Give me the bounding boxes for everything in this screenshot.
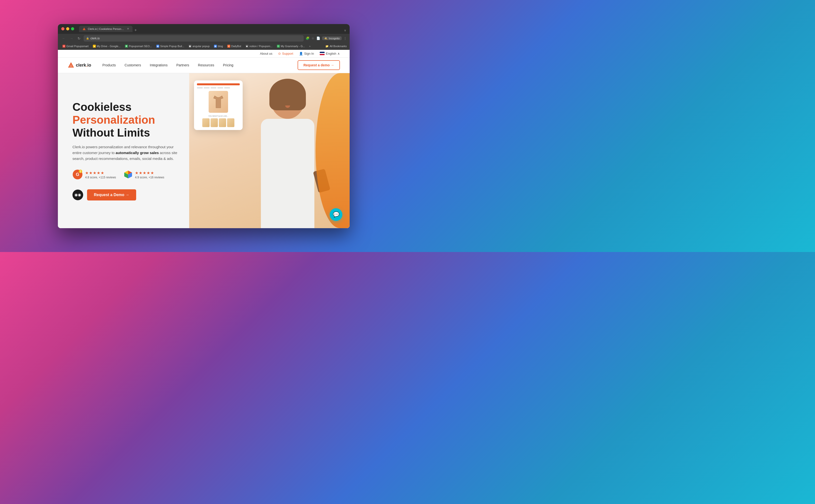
bookmarks-folder[interactable]: 📁 All Bookmarks xyxy=(325,45,347,48)
star-2: ★ xyxy=(89,171,92,175)
mockup-nav xyxy=(197,87,240,88)
notion-favicon: ◆ xyxy=(245,45,248,48)
sign-in-link[interactable]: 👤 Sign In xyxy=(299,52,314,55)
bookmark-angular[interactable]: ▣ angular popup xyxy=(187,44,211,48)
nav-resources[interactable]: Resources xyxy=(194,61,218,69)
chat-bubble-button[interactable]: 💬 xyxy=(330,208,342,221)
bookmark-blog[interactable]: ◉ blog xyxy=(212,44,225,48)
star-4: ★ xyxy=(147,171,150,175)
g2-stars: ★ ★ ★ ★ ★ 4.8 score, +115 reviews xyxy=(85,171,116,179)
product-card-mockup: YOU MIGHT ALSO LIKE... xyxy=(194,80,243,130)
hero-title-line1: Cookieless xyxy=(72,101,131,113)
star-5: ★ xyxy=(101,171,104,175)
nav-partners[interactable]: Partners xyxy=(173,61,192,69)
rec-item-3 xyxy=(219,118,226,127)
shirt-icon xyxy=(212,95,224,109)
bookmark-icon[interactable]: ☆ xyxy=(311,36,314,40)
bookmarks-bar: M Gmail Popupsmart ▲ My Drive - Google..… xyxy=(58,43,349,50)
traffic-lights xyxy=(61,27,74,30)
bookmark-label: My Grammarly - G... xyxy=(281,45,305,48)
bookmark-label: notion / Popupsm... xyxy=(249,45,272,48)
toolbar-actions: 🧩 ☆ 📄 🕵 Incognito ⋮ xyxy=(305,36,347,40)
bookmark-label: Simple Popup Buil... xyxy=(160,45,184,48)
minimize-button[interactable] xyxy=(66,27,69,30)
bookmark-notion[interactable]: ◆ notion / Popupsm... xyxy=(244,44,274,48)
about-us-link[interactable]: About us xyxy=(260,52,272,55)
rec-item-2 xyxy=(210,118,218,127)
hero-image-area: YOU MIGHT ALSO LIKE... xyxy=(189,73,349,228)
close-button[interactable] xyxy=(61,27,64,30)
simple-favicon: ◉ xyxy=(156,45,159,48)
language-selector[interactable]: English ∧ xyxy=(320,52,340,55)
nav-dot xyxy=(204,87,209,88)
nav-integrations[interactable]: Integrations xyxy=(146,61,171,69)
bookmark-grammarly[interactable]: G My Grammarly - G... xyxy=(275,44,307,48)
folder-icon: 📁 xyxy=(325,45,329,48)
nav-dot xyxy=(197,87,203,88)
address-bar[interactable]: 🔒 clerk.io xyxy=(84,35,304,42)
nav-products[interactable]: Products xyxy=(99,61,119,69)
gmail-favicon: M xyxy=(62,45,65,48)
tab-favicon xyxy=(82,27,86,31)
chat-bubble-icon: 💬 xyxy=(333,211,339,218)
bookmark-drive[interactable]: ▲ My Drive - Google... xyxy=(91,44,122,48)
support-link[interactable]: ⊙ Support xyxy=(278,52,293,55)
svg-marker-0 xyxy=(83,27,86,30)
bookmark-gmail[interactable]: M Gmail Popupsmart xyxy=(61,44,90,48)
g2-rating: G 2 ★ ★ ★ ★ ★ xyxy=(72,169,116,181)
tab-bar: Clerk.io | Cookieless Persona... ✕ + ∨ xyxy=(79,26,346,32)
capterra-score: 4.9 score, +16 reviews xyxy=(135,176,164,179)
rec-item-1 xyxy=(202,118,209,127)
bookmark-label: DailyBot xyxy=(231,45,241,48)
more-menu-button[interactable]: ⋮ xyxy=(343,36,347,40)
request-demo-nav-button[interactable]: Request a demo → xyxy=(297,60,340,70)
bookmark-popupsmart[interactable]: ✚ Popupsmart SEO... xyxy=(123,44,154,48)
extensions-icon[interactable]: 🧩 xyxy=(305,36,309,40)
star-4: ★ xyxy=(97,171,100,175)
grammarly-favicon: G xyxy=(277,45,280,48)
rec-item-4 xyxy=(227,118,234,127)
logo-text: clerk.io xyxy=(76,63,91,68)
hero-title-line2: Personalization xyxy=(72,113,155,126)
reading-mode-icon[interactable]: 📄 xyxy=(316,36,320,40)
logo-icon xyxy=(68,62,74,69)
blog-favicon: ◉ xyxy=(214,45,217,48)
popup-favicon: ✚ xyxy=(125,45,128,48)
main-nav: clerk.io Products Customers Integrations… xyxy=(58,58,349,73)
refresh-button[interactable]: ↻ xyxy=(76,36,82,41)
hero-section: Cookieless Personalization Without Limit… xyxy=(58,73,349,228)
angular-favicon: ▣ xyxy=(189,45,192,48)
new-tab-button[interactable]: + xyxy=(132,28,139,32)
folder-label: All Bookmarks xyxy=(330,45,347,48)
bookmark-label: My Drive - Google... xyxy=(97,45,121,48)
website-content: About us ⊙ Support 👤 Sign In English ∧ xyxy=(58,50,349,228)
more-bookmarks[interactable]: » xyxy=(307,45,312,48)
request-demo-hero-button[interactable]: Request a Demo → xyxy=(87,189,136,200)
utility-bar: About us ⊙ Support 👤 Sign In English ∧ xyxy=(58,50,349,58)
incognito-icon: 🕵 xyxy=(324,37,327,40)
bookmark-label: Popupsmart SEO... xyxy=(129,45,152,48)
star-1: ★ xyxy=(85,171,88,175)
mockup-recommended-label: YOU MIGHT ALSO LIKE... xyxy=(197,115,240,117)
logo[interactable]: clerk.io xyxy=(68,62,91,69)
incognito-label: Incognito xyxy=(329,37,340,40)
lock-icon: 🔒 xyxy=(86,37,89,40)
hero-person-bg: YOU MIGHT ALSO LIKE... xyxy=(189,73,349,228)
active-tab[interactable]: Clerk.io | Cookieless Persona... ✕ xyxy=(79,26,132,32)
forward-button[interactable]: → xyxy=(69,36,74,41)
bookmark-simple-popup[interactable]: ◉ Simple Popup Buil... xyxy=(155,44,186,48)
back-button[interactable]: ← xyxy=(61,36,67,41)
mockup-recommended-items xyxy=(197,118,240,127)
hero-title: Cookieless Personalization Without Limit… xyxy=(72,101,199,139)
tab-close-icon[interactable]: ✕ xyxy=(127,27,129,30)
bookmark-label: Gmail Popupsmart xyxy=(66,45,88,48)
capterra-logo xyxy=(124,170,132,180)
nav-customers[interactable]: Customers xyxy=(121,61,144,69)
capterra-rating: ★ ★ ★ ★ ★ 4.9 score, +16 reviews xyxy=(124,170,164,180)
nav-pricing[interactable]: Pricing xyxy=(219,61,237,69)
maximize-button[interactable] xyxy=(71,27,74,30)
browser-toolbar: ← → ↻ 🔒 clerk.io 🧩 ☆ 📄 🕵 Incognito ⋮ xyxy=(58,34,349,43)
hero-cta-row: ◉◉ Request a Demo → xyxy=(72,189,199,200)
bookmark-dailybot[interactable]: ● DailyBot xyxy=(226,44,243,48)
star-1: ★ xyxy=(135,171,138,175)
